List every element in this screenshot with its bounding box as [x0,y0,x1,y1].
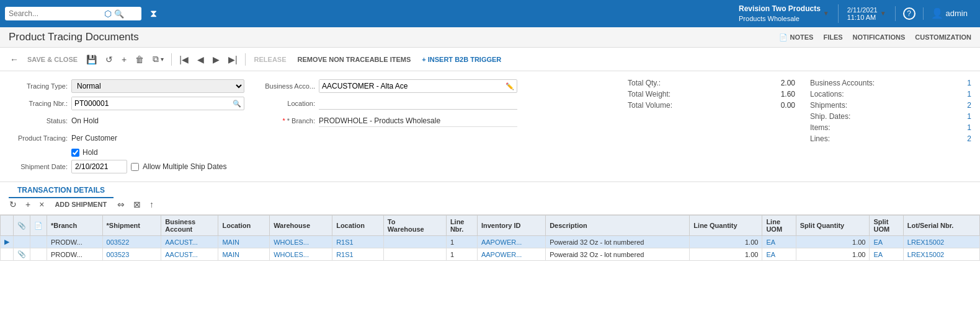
save-button[interactable]: 💾 [82,52,100,67]
business-accounts-value[interactable]: 1 [967,79,971,87]
row-shipment-2[interactable]: 003523 [102,248,161,261]
grid-export-button[interactable]: ↑ [146,198,157,211]
notes-button[interactable]: 📄 NOTES [779,33,814,42]
notifications-button[interactable]: NOTIFICATIONS [853,33,906,41]
row-location-1[interactable]: MAIN [218,236,270,248]
row-line-uom-1[interactable]: EA [762,236,796,248]
row-location2-2[interactable]: R1S1 [332,248,384,261]
add-button[interactable]: + [118,52,130,67]
shipment-date-input[interactable] [71,160,127,173]
search-box[interactable]: ⬡ 🔍 [5,7,141,20]
row-branch-1: PRODW... [47,236,103,248]
files-label: FILES [823,33,842,41]
row-warehouse-2[interactable]: WHOLES... [270,248,332,261]
delete-button[interactable]: 🗑 [131,52,148,67]
row-ba-link-1[interactable]: AACUST... [165,238,198,246]
row-business-account-1[interactable]: AACUST... [161,236,218,248]
grid-add-button[interactable]: + [22,198,33,211]
lines-value[interactable]: 2 [967,134,971,143]
row-inv-link-1[interactable]: AAPOWER... [481,238,522,246]
company-selector[interactable]: Revision Two Products Products Wholesale… [730,4,839,23]
row-inventory-id-2[interactable]: AAPOWER... [477,248,545,261]
user-menu[interactable]: 👤 admin [924,7,975,19]
insert-b2b-button[interactable]: + INSERT B2B TRIGGER [417,53,506,66]
col-header-business-account: BusinessAccount [161,216,218,236]
release-button[interactable]: RELEASE [249,53,292,66]
row-business-account-2[interactable]: AACUST... [161,248,218,261]
items-label: Items: [810,123,831,132]
last-record-button[interactable]: ▶| [225,52,241,67]
table-row: 📎 PRODW... 003523 AACUST... MAIN WHOLES.… [1,248,980,261]
allow-multiple-checkbox[interactable] [131,163,139,171]
ship-dates-value[interactable]: 1 [967,112,971,121]
next-record-button[interactable]: ▶ [209,52,223,67]
fit-cols-icon: ⇔ [117,199,125,209]
grid-remove-button[interactable]: × [36,198,47,211]
row-lot-link-2[interactable]: LREX15002 [907,251,944,258]
search-icon[interactable]: 🔍 [114,9,124,19]
undo-button[interactable]: ↺ [102,52,117,67]
row-warehouse-1[interactable]: WHOLES... [270,236,332,248]
business-acct-input[interactable] [319,80,503,92]
row-inv-link-2[interactable]: AAPOWER... [481,251,522,258]
row-shipment-link-2[interactable]: 003523 [107,251,130,258]
history-button[interactable]: ⧗ [145,6,162,22]
row-lot-serial-1[interactable]: LREX15002 [903,236,979,248]
prev-record-button[interactable]: ◀ [194,52,208,67]
help-button[interactable]: ? [896,7,924,20]
history-icon: ⧗ [150,8,157,19]
datetime-display[interactable]: 2/11/2021 11:10 AM ▼ [839,6,896,21]
row-luom-link-2[interactable]: EA [766,251,775,258]
locations-value[interactable]: 1 [967,90,971,98]
row-wh-link-2[interactable]: WHOLES... [274,251,309,258]
total-weight-value: 1.60 [781,90,795,98]
ship-dates-label: Ship. Dates: [810,112,850,121]
first-record-button[interactable]: |◀ [176,52,192,67]
row-split-uom-2[interactable]: EA [870,248,903,261]
customization-button[interactable]: CUSTOMIZATION [915,33,971,41]
total-volume-label: Total Volume: [628,101,672,110]
add-shipment-button[interactable]: ADD SHIPMENT [50,199,112,210]
tracing-type-label: Tracing Type: [9,82,68,90]
total-volume-row: Total Volume: 0.00 [628,101,795,110]
items-value[interactable]: 1 [967,123,971,132]
row-inventory-id-1[interactable]: AAPOWER... [477,236,545,248]
tracing-nbr-search-icon[interactable]: 🔍 [230,98,244,109]
row-wh-link-1[interactable]: WHOLES... [274,238,309,246]
row-location-2[interactable]: MAIN [218,248,270,261]
tracing-nbr-input[interactable] [72,97,230,110]
row-luom-link-1[interactable]: EA [766,238,775,246]
grid-view-button[interactable]: ⊠ [130,198,144,211]
business-acct-edit-icon[interactable]: ✏️ [503,81,517,92]
location-input[interactable] [319,98,517,110]
row-loc-link-1[interactable]: MAIN [222,238,239,246]
row-shipment-link-1[interactable]: 003522 [107,238,130,246]
copy-button[interactable]: ⧉ ▾ [149,51,167,67]
row-shipment-1[interactable]: 003522 [102,236,161,248]
shipments-value[interactable]: 2 [967,101,971,110]
remove-non-traceable-button[interactable]: REMOVE NON TRACEABLE ITEMS [293,53,416,66]
row-location2-1[interactable]: R1S1 [332,236,384,248]
row-description-2: Poweraid 32 Oz - lot numbered [546,248,690,261]
business-acct-container[interactable]: ✏️ [319,79,517,93]
row-split-uom-1[interactable]: EA [870,236,903,248]
row-ba-link-2[interactable]: AACUST... [165,251,198,258]
row-suom-link-1[interactable]: EA [873,238,883,246]
row-lot-serial-2[interactable]: LREX15002 [903,248,979,261]
row-suom-link-2[interactable]: EA [873,251,883,258]
row-loc2-link-1[interactable]: R1S1 [336,238,354,246]
tracing-type-select[interactable]: Normal [71,79,244,93]
row-loc-link-2[interactable]: MAIN [222,251,239,258]
row-lot-link-1[interactable]: LREX15002 [907,238,944,246]
grid-refresh-button[interactable]: ↻ [6,198,20,211]
grid-fit-cols-button[interactable]: ⇔ [114,198,128,211]
save-close-button[interactable]: SAVE & CLOSE [24,53,81,66]
files-button[interactable]: FILES [823,33,842,41]
row-loc2-link-2[interactable]: R1S1 [336,251,354,258]
tracing-nbr-input-container[interactable]: 🔍 [71,97,244,110]
search-input[interactable] [9,9,102,18]
hold-checkbox[interactable] [71,149,79,157]
row-line-uom-2[interactable]: EA [762,248,796,261]
back-button[interactable]: ← [6,52,22,67]
col-header-note: 📄 [30,216,47,236]
